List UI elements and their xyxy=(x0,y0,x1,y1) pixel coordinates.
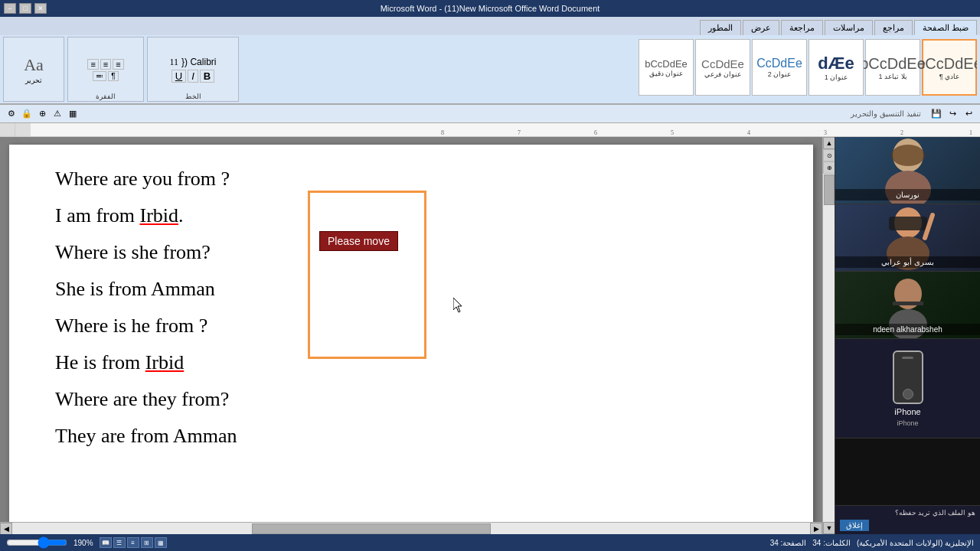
close-button[interactable]: ✕ xyxy=(34,3,47,14)
empty-video-area xyxy=(835,439,980,505)
scroll-icon-2[interactable]: ⊕ xyxy=(823,161,835,174)
chat-prompt-text: هو الملف الذي تريد حفظه؟ xyxy=(840,509,975,517)
view-read-button[interactable]: 📖 xyxy=(100,537,112,548)
view-print-button[interactable]: ▦ xyxy=(155,537,167,548)
tab-references[interactable]: مراجع xyxy=(874,20,913,35)
tab-page-layout[interactable]: ضبط الصفحة xyxy=(914,20,977,35)
iphone-tile: iPhone iPhone xyxy=(835,339,980,439)
quick-btn-2[interactable]: ⚠ xyxy=(51,107,64,121)
status-left: الإنجليزية (الولايات المتحدة الأمريكية) … xyxy=(770,539,974,547)
video-tile-ndeen: ndeen alkharabsheh xyxy=(835,272,980,339)
video-label-busra: بسرى أبو عرابي xyxy=(835,256,980,268)
status-page: الصفحة: 34 xyxy=(770,539,807,547)
status-language: الإنجليزية (الولايات المتحدة الأمريكية) xyxy=(857,539,974,547)
style-heading2-text: CcDdEe xyxy=(756,57,802,70)
scroll-left-button[interactable]: ◀ xyxy=(0,523,12,535)
vertical-scroll-thumb[interactable] xyxy=(824,174,835,205)
status-words: الكلمات: 34 xyxy=(812,539,851,547)
ruler-mark-6: 6 xyxy=(594,129,597,136)
scroll-right-button[interactable]: ▶ xyxy=(810,523,822,535)
vertical-scrollbar[interactable]: ▲ ⊙ ⊕ ▼ xyxy=(822,137,835,534)
please-move-button[interactable]: Please move xyxy=(319,231,398,251)
zoom-slider[interactable] xyxy=(6,538,67,547)
vertical-scroll-track[interactable] xyxy=(823,174,835,522)
doc-line-7: Where are they from? xyxy=(55,388,767,411)
chat-close-button[interactable]: إغلاق xyxy=(840,520,869,531)
view-draft-button[interactable]: ☰ xyxy=(113,537,126,548)
align-right-button[interactable]: ≡ xyxy=(113,59,123,70)
maximize-button[interactable]: □ xyxy=(19,3,31,14)
ruler-mark-8: 8 xyxy=(441,129,444,136)
doc-line-1: Where are you from ? xyxy=(55,168,767,191)
svg-marker-0 xyxy=(453,298,462,312)
style-subtitle-label: عنوان فرعي xyxy=(704,70,741,78)
tab-review[interactable]: مراجعة xyxy=(781,20,823,35)
quick-btn-4[interactable]: 🔒 xyxy=(20,107,34,121)
ribbon-group-paragraph: ≡ ≡ ≡ ¶ ≔ الفقرة xyxy=(67,37,144,102)
quick-btn-1[interactable]: ▦ xyxy=(66,107,80,121)
undo-button[interactable]: ↩ xyxy=(962,107,975,121)
style-normal-label: عادي ¶ xyxy=(939,73,959,80)
scroll-down-button[interactable]: ▼ xyxy=(823,522,835,534)
ruler-mark-2: 2 xyxy=(900,129,903,136)
document-page: Where are you from ? I am from Irbid. Wh… xyxy=(9,145,813,522)
style-no-spacing[interactable]: bCcDdEe بلا تباعد 1 xyxy=(865,39,920,96)
iphone-device-icon xyxy=(893,350,923,404)
style-subtle-text: bCcDdEe xyxy=(645,58,688,70)
main-area: Where are you from ? I am from Irbid. Wh… xyxy=(0,137,980,534)
window-controls[interactable]: − □ ✕ xyxy=(4,3,47,14)
view-web-button[interactable]: ⊞ xyxy=(141,537,153,548)
quick-access-toolbar: ↩ ↪ 💾 تنفيذ التنسيق والتحرير ▦ ⚠ ⊕ 🔒 ⚙ xyxy=(0,105,980,123)
style-heading2[interactable]: CcDdEe عنوان 2 xyxy=(752,39,807,96)
horizontal-scroll-track[interactable] xyxy=(12,523,810,534)
style-subtitle[interactable]: CcDdEe عنوان فرعي xyxy=(695,39,750,96)
tab-mailings[interactable]: مراسلات xyxy=(825,20,873,35)
horizontal-scrollbar[interactable]: ◀ ▶ xyxy=(0,522,822,534)
style-subtle[interactable]: bCcDdEe عنوان دقيق xyxy=(639,39,694,96)
svg-rect-10 xyxy=(893,302,923,305)
align-left-button[interactable]: ≡ xyxy=(87,59,98,70)
ribbon-group-edit: Aa تحرير xyxy=(3,37,64,102)
iphone-sublabel: iPhone xyxy=(897,419,918,427)
style-heading1-label: عنوان 1 xyxy=(825,73,848,81)
status-right: ▦ ⊞ ≡ ☰ 📖 190% xyxy=(6,537,167,548)
font-group-label: الخط xyxy=(185,93,201,100)
irbid-1: Irbid xyxy=(139,204,178,227)
save-button[interactable]: 💾 xyxy=(929,107,943,121)
status-zoom: 190% xyxy=(74,539,93,547)
svg-point-2 xyxy=(891,145,925,166)
font-name: Calibri ({ xyxy=(181,57,216,67)
style-no-spacing-label: بلا تباعد 1 xyxy=(878,73,906,80)
tab-view[interactable]: عرض xyxy=(743,20,779,35)
scroll-icon-1[interactable]: ⊙ xyxy=(823,149,835,161)
ruler-scale: 1 2 3 4 5 6 7 8 xyxy=(15,123,980,136)
iphone-label: iPhone xyxy=(894,407,920,416)
redo-button[interactable]: ↪ xyxy=(946,107,959,121)
minimize-button[interactable]: − xyxy=(4,3,16,14)
style-normal-text: bCcDdEe xyxy=(916,55,977,73)
numbering-button[interactable]: ≔ xyxy=(93,71,106,81)
style-heading1[interactable]: dÆe عنوان 1 xyxy=(808,39,864,96)
quick-btn-3[interactable]: ⊕ xyxy=(35,107,49,121)
ruler-mark-4: 4 xyxy=(747,129,750,136)
italic-button[interactable]: I xyxy=(188,70,198,83)
underline-button[interactable]: U xyxy=(172,70,186,83)
horizontal-scroll-thumb[interactable] xyxy=(252,523,492,534)
quick-btn-5[interactable]: ⚙ xyxy=(5,107,18,121)
video-label-noorsaan: نورسان xyxy=(835,189,980,201)
style-subtle-label: عنوان دقيق xyxy=(649,70,684,77)
style-normal[interactable]: bCcDdEe عادي ¶ xyxy=(922,39,977,96)
ruler-mark-3: 3 xyxy=(824,129,827,136)
ribbon-content: bCcDdEe عادي ¶ bCcDdEe بلا تباعد 1 dÆe ع… xyxy=(0,35,980,104)
document-scroll[interactable]: Where are you from ? I am from Irbid. Wh… xyxy=(0,137,822,522)
view-outline-button[interactable]: ≡ xyxy=(127,537,139,548)
style-heading2-label: عنوان 2 xyxy=(768,70,792,78)
bold-button[interactable]: B xyxy=(200,70,214,83)
align-center-button[interactable]: ≡ xyxy=(100,59,111,70)
scroll-up-button[interactable]: ▲ xyxy=(823,137,835,149)
bullets-button[interactable]: ¶ xyxy=(108,71,118,81)
ruler-mark-7: 7 xyxy=(518,129,521,136)
chat-bar: هو الملف الذي تريد حفظه؟ إغلاق xyxy=(835,505,980,534)
font-size: 11 xyxy=(170,57,179,68)
tab-developer[interactable]: المطور xyxy=(700,20,741,35)
